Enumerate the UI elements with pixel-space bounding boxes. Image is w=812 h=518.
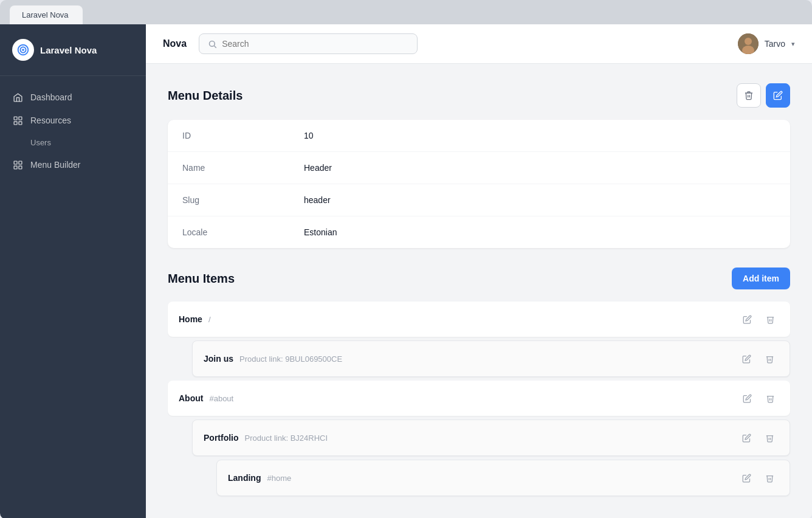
sidebar: Laravel Nova Dashboard <box>0 24 146 518</box>
grid-icon <box>12 115 23 126</box>
logo-icon <box>12 39 34 61</box>
search-icon <box>208 40 217 49</box>
svg-rect-2 <box>14 121 17 124</box>
sidebar-item-users[interactable]: Users <box>0 132 146 153</box>
top-bar: Nova <box>146 24 812 64</box>
main-content: Menu Details <box>146 64 812 518</box>
menu-item-about-name: About <box>179 393 203 403</box>
menu-item-landing-actions <box>737 469 779 487</box>
svg-rect-5 <box>18 161 21 164</box>
menu-items-title: Menu Items <box>168 272 235 286</box>
delete-home-button[interactable] <box>761 310 779 328</box>
edit-landing-button[interactable] <box>737 469 755 487</box>
sidebar-item-resources[interactable]: Resources <box>0 109 146 132</box>
detail-label-name: Name <box>182 163 304 173</box>
detail-row-slug: Slug header <box>168 184 790 216</box>
menu-item-join-us-name: Join us <box>204 354 233 364</box>
svg-rect-1 <box>18 117 21 120</box>
edit-menu-button[interactable] <box>766 83 790 108</box>
svg-line-9 <box>214 46 216 47</box>
menu-item-home-link: / <box>208 315 211 324</box>
browser-chrome: Laravel Nova <box>0 0 812 24</box>
logo-svg <box>16 43 30 57</box>
main-area: Nova <box>146 24 812 518</box>
svg-point-8 <box>210 41 215 46</box>
chevron-down-icon[interactable]: ▾ <box>791 40 795 48</box>
edit-portfolio-button[interactable] <box>737 429 755 447</box>
menu-item-join-us: Join us Product link: 9BUL069500CE <box>192 340 790 377</box>
delete-menu-button[interactable] <box>737 83 761 108</box>
menu-item-home-name: Home <box>179 314 202 324</box>
detail-label-locale: Locale <box>182 227 304 237</box>
menu-item-home-actions <box>738 310 779 328</box>
avatar <box>738 33 759 54</box>
menu-item-join-us-link: Product link: 9BUL069500CE <box>239 354 342 364</box>
menu-details-title: Menu Details <box>168 89 243 103</box>
detail-label-id: ID <box>182 131 304 140</box>
menu-item-about: About #about <box>168 381 790 416</box>
svg-rect-3 <box>18 121 21 124</box>
svg-rect-0 <box>14 117 17 120</box>
detail-value-name: Header <box>304 163 332 173</box>
browser-tab[interactable]: Laravel Nova <box>10 5 83 24</box>
sidebar-item-dashboard[interactable]: Dashboard <box>0 86 146 109</box>
delete-join-us-button[interactable] <box>760 350 779 368</box>
menu-item-portfolio-link: Product link: BJ24RHCI <box>245 433 328 443</box>
edit-home-button[interactable] <box>738 310 756 328</box>
detail-label-slug: Slug <box>182 195 304 205</box>
sidebar-logo[interactable]: Laravel Nova <box>0 24 146 76</box>
menu-details-section: Menu Details <box>168 83 790 248</box>
detail-value-slug: header <box>304 195 331 205</box>
menu-item-about-link: #about <box>209 394 233 403</box>
edit-about-button[interactable] <box>738 389 756 407</box>
home-icon <box>12 92 23 103</box>
detail-row-name: Name Header <box>168 152 790 184</box>
sidebar-menu-builder-label: Menu Builder <box>30 160 81 170</box>
search-box[interactable] <box>199 33 418 54</box>
top-bar-right: Tarvo ▾ <box>738 33 795 54</box>
sidebar-dashboard-label: Dashboard <box>30 92 72 102</box>
delete-landing-button[interactable] <box>760 469 779 487</box>
menu-item-home: Home / <box>168 302 790 337</box>
search-input[interactable] <box>222 39 408 49</box>
topbar-brand: Nova <box>163 38 187 49</box>
menu-item-join-us-actions <box>737 350 779 368</box>
user-name: Tarvo <box>765 39 785 49</box>
menu-details-card: ID 10 Name Header Slug header Locale Est… <box>168 120 790 248</box>
menu-details-header: Menu Details <box>168 83 790 108</box>
sidebar-resources-label: Resources <box>30 116 71 125</box>
menu-details-actions <box>737 83 790 108</box>
menu-item-about-actions <box>738 389 779 407</box>
app-wrapper: Laravel Nova Dashboard <box>0 24 812 518</box>
sidebar-nav: Dashboard Resources Users <box>0 76 146 518</box>
svg-point-11 <box>745 38 752 45</box>
menu-item-portfolio-name: Portfolio <box>204 433 239 443</box>
avatar-image <box>738 33 759 54</box>
detail-value-locale: Estonian <box>304 227 337 237</box>
menu-item-landing-link: #home <box>267 474 291 483</box>
add-item-button[interactable]: Add item <box>732 268 790 289</box>
detail-value-id: 10 <box>304 131 314 140</box>
delete-portfolio-button[interactable] <box>760 429 779 447</box>
detail-row-locale: Locale Estonian <box>168 216 790 248</box>
menu-item-portfolio: Portfolio Product link: BJ24RHCI <box>192 420 790 456</box>
svg-rect-6 <box>14 165 17 168</box>
sidebar-users-label: Users <box>30 138 51 147</box>
menu-builder-icon <box>12 159 23 170</box>
menu-items-section: Menu Items Add item Home / <box>168 268 790 496</box>
menu-item-portfolio-actions <box>737 429 779 447</box>
sidebar-logo-text: Laravel Nova <box>40 45 97 55</box>
menu-item-landing: Landing #home <box>216 460 790 496</box>
detail-row-id: ID 10 <box>168 120 790 152</box>
svg-rect-4 <box>14 161 17 164</box>
svg-rect-7 <box>18 165 21 168</box>
menu-item-landing-name: Landing <box>228 473 261 483</box>
menu-items-header: Menu Items Add item <box>168 268 790 289</box>
sidebar-item-menu-builder[interactable]: Menu Builder <box>0 153 146 176</box>
delete-about-button[interactable] <box>761 389 779 407</box>
edit-join-us-button[interactable] <box>737 350 755 368</box>
